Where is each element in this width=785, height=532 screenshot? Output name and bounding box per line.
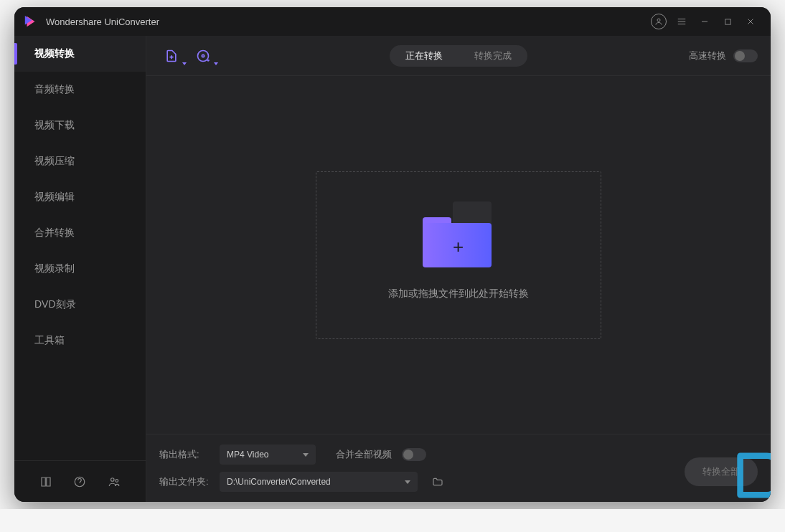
add-file-icon <box>164 49 179 63</box>
chevron-down-icon <box>182 62 187 65</box>
convert-all-button[interactable]: 转换全部 <box>685 457 758 486</box>
sidebar-item-dvd-burn[interactable]: DVD刻录 <box>14 287 146 323</box>
sidebar-item-toolbox[interactable]: 工具箱 <box>14 323 146 358</box>
app-body: 视频转换 音频转换 视频下载 视频压缩 视频编辑 合并转换 视频录制 DVD刻录… <box>14 36 771 502</box>
output-format-row: 输出格式: MP4 Video 合并全部视频 <box>159 445 758 465</box>
close-button[interactable] <box>739 10 762 33</box>
output-folder-value: D:\UniConverter\Converted <box>227 477 331 487</box>
fast-convert-label: 高速转换 <box>689 49 726 62</box>
sidebar-item-audio-convert[interactable]: 音频转换 <box>14 72 146 108</box>
sidebar-item-label: 合并转换 <box>34 227 75 239</box>
menu-button[interactable] <box>670 10 693 33</box>
tab-label: 正在转换 <box>405 49 443 62</box>
disc-add-icon <box>196 49 210 63</box>
close-icon <box>746 17 755 26</box>
sidebar-item-label: 视频转换 <box>34 47 75 60</box>
chevron-down-icon <box>303 453 309 457</box>
dropzone-text: 添加或拖拽文件到此处开始转换 <box>388 288 529 300</box>
maximize-icon <box>724 18 732 26</box>
main-panel: 正在转换 转换完成 高速转换 + 添加或拖拽文件到此处开始转换 <box>146 36 771 502</box>
help-icon <box>73 475 86 488</box>
book-icon <box>39 475 52 488</box>
app-window: Wondershare UniConverter 视频转换 音频转换 视频下载 … <box>14 7 771 502</box>
output-folder-select[interactable]: D:\UniConverter\Converted <box>220 472 418 492</box>
merge-all-toggle[interactable] <box>402 448 426 461</box>
avatar-icon <box>651 14 667 29</box>
convert-all-label: 转换全部 <box>702 465 740 478</box>
sidebar-item-label: 视频编辑 <box>34 191 75 204</box>
tab-label: 转换完成 <box>474 49 512 62</box>
folder-icon <box>432 476 443 488</box>
add-folder-icon: + <box>423 210 494 267</box>
sidebar-item-video-compress[interactable]: 视频压缩 <box>14 143 146 179</box>
output-format-value: MP4 Video <box>227 450 268 460</box>
tab-converted[interactable]: 转换完成 <box>459 45 527 67</box>
community-button[interactable] <box>105 472 123 491</box>
sidebar-item-merge-convert[interactable]: 合并转换 <box>14 215 146 251</box>
add-dvd-button[interactable] <box>191 44 215 68</box>
tab-converting[interactable]: 正在转换 <box>390 45 459 67</box>
chevron-down-icon <box>214 62 218 65</box>
help-button[interactable] <box>70 472 89 491</box>
sidebar-item-label: 视频下载 <box>34 119 75 132</box>
merge-all-label: 合并全部视频 <box>336 448 392 461</box>
svg-point-10 <box>116 479 118 482</box>
status-tabs: 正在转换 转换完成 <box>390 45 527 67</box>
minimize-icon <box>700 17 709 26</box>
content-area: + 添加或拖拽文件到此处开始转换 <box>146 76 771 434</box>
sidebar-item-video-download[interactable]: 视频下载 <box>14 108 146 143</box>
tutorial-button[interactable] <box>37 472 55 491</box>
sidebar-item-video-edit[interactable]: 视频编辑 <box>14 179 146 215</box>
maximize-button[interactable] <box>716 10 739 33</box>
bottom-bar: 输出格式: MP4 Video 合并全部视频 输出文件夹: D:\UniConv… <box>146 434 771 502</box>
sidebar-items: 视频转换 音频转换 视频下载 视频压缩 视频编辑 合并转换 视频录制 DVD刻录… <box>14 36 146 460</box>
sidebar-footer <box>14 460 146 502</box>
titlebar: Wondershare UniConverter <box>14 7 771 36</box>
sidebar-item-video-convert[interactable]: 视频转换 <box>14 36 146 72</box>
app-title: Wondershare UniConverter <box>46 16 159 27</box>
sidebar-item-video-record[interactable]: 视频录制 <box>14 251 146 287</box>
account-button[interactable] <box>647 10 670 33</box>
svg-point-12 <box>202 54 204 57</box>
toolbar-right: 高速转换 <box>689 49 758 62</box>
people-icon <box>108 475 121 488</box>
app-logo-icon <box>23 14 39 29</box>
open-folder-button[interactable] <box>428 472 448 492</box>
svg-rect-5 <box>725 19 730 24</box>
add-file-button[interactable] <box>159 44 184 68</box>
sidebar-item-label: 视频录制 <box>34 262 75 275</box>
dropzone[interactable]: + 添加或拖拽文件到此处开始转换 <box>316 171 601 339</box>
sidebar-item-label: 工具箱 <box>34 334 65 347</box>
svg-point-0 <box>657 19 660 22</box>
output-folder-row: 输出文件夹: D:\UniConverter\Converted <box>159 472 758 492</box>
sidebar-item-label: DVD刻录 <box>34 298 76 311</box>
hamburger-icon <box>677 16 687 27</box>
fast-convert-toggle[interactable] <box>733 49 758 62</box>
sidebar-item-label: 视频压缩 <box>34 155 75 168</box>
output-format-label: 输出格式: <box>159 448 210 461</box>
sidebar-item-label: 音频转换 <box>34 83 75 96</box>
svg-point-9 <box>111 478 115 481</box>
sidebar: 视频转换 音频转换 视频下载 视频压缩 视频编辑 合并转换 视频录制 DVD刻录… <box>14 36 146 502</box>
output-format-select[interactable]: MP4 Video <box>220 445 316 465</box>
toolbar: 正在转换 转换完成 高速转换 <box>146 36 771 76</box>
output-folder-label: 输出文件夹: <box>159 475 210 488</box>
chevron-down-icon <box>405 480 410 484</box>
minimize-button[interactable] <box>693 10 716 33</box>
